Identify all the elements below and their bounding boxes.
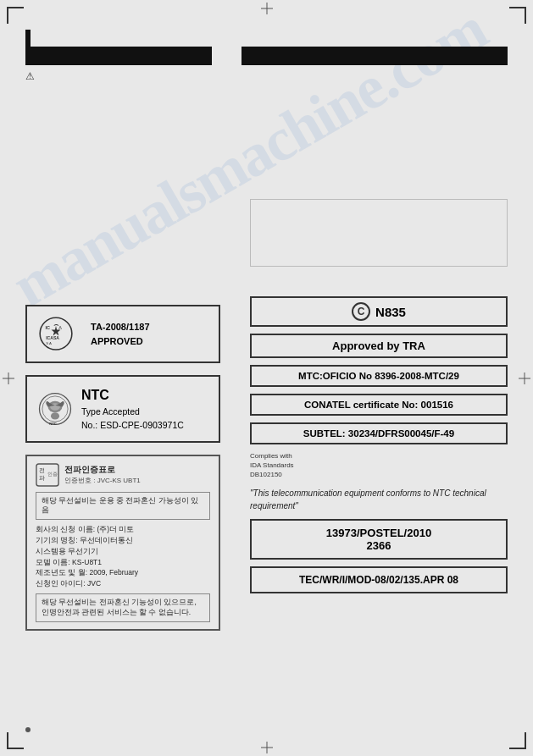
svg-text:A: A xyxy=(58,325,62,330)
svg-text:전: 전 xyxy=(39,467,45,473)
korean-body: 회사의 신청 이름: (주)더 미토 기기의 명칭: 무선데이터통신 시스템용 … xyxy=(36,524,210,589)
svg-text:S A: S A xyxy=(46,341,52,345)
ntc-seal-icon: NTC xyxy=(37,391,73,427)
ntc-quote: "This telecommunication equipment confor… xyxy=(250,487,508,512)
conatel-badge: CONATEL certificate No: 001516 xyxy=(250,394,508,416)
vertical-bar xyxy=(25,30,31,47)
icasa-logo-icon: IC ⁀ A ICASA S A xyxy=(37,315,84,353)
postel-line1: 13973/POSTEL/2010 xyxy=(260,527,497,539)
korean-cert-title: 전파인증표로 xyxy=(64,463,141,477)
crosshair-bottom xyxy=(261,742,273,753)
subtel-badge: SUBTEL: 30234/DFRS00045/F-49 xyxy=(250,422,508,444)
svg-text:ICASA: ICASA xyxy=(46,335,59,340)
postel-line2: 2366 xyxy=(260,539,497,552)
ida-line1: Complies with xyxy=(250,452,292,460)
crosshair-top xyxy=(261,3,273,14)
icasa-box: IC ⁀ A ICASA S A TA-2008/1187 APPROVED xyxy=(25,305,220,363)
empty-box xyxy=(250,199,508,267)
svg-point-11 xyxy=(51,412,59,419)
black-bar-right xyxy=(242,47,508,65)
left-column: IC ⁀ A ICASA S A TA-2008/1187 APPROVED xyxy=(25,305,220,631)
svg-text:인증: 인증 xyxy=(47,471,58,476)
corner-mark-br xyxy=(509,732,526,749)
bottom-dot xyxy=(25,727,31,732)
svg-text:IC: IC xyxy=(45,325,50,330)
svg-text:파: 파 xyxy=(39,474,45,480)
korean-cert-box: 전 파 인증 전파인증표로 인증번호 : JVC-KS UBT1 해당 무선설비… xyxy=(25,455,220,631)
n835-label: N835 xyxy=(375,305,406,319)
korean-footer: 해당 무선설비는 전파혼신 기능성이 있으므로, 인명안전과 관련된 서비스는 … xyxy=(36,593,210,622)
svg-point-0 xyxy=(40,317,72,350)
korean-cert-subtitle: 인증번호 : JVC-KS UBT1 xyxy=(64,476,141,486)
tec-box: TEC/WR/I/MOD-08/02/135.APR 08 xyxy=(250,566,508,593)
korean-warn-box: 해당 무선설비는 운용 중 전파혼신 가능성이 있음 xyxy=(36,492,210,521)
ida-text: Complies with IDA Standards DB102150 xyxy=(250,451,508,480)
mtc-badge: MTC:OFICIO No 8396-2008-MTC/29 xyxy=(250,365,508,387)
crosshair-left xyxy=(3,372,14,384)
postel-box: 13973/POSTEL/2010 2366 xyxy=(250,519,508,560)
corner-mark-bl xyxy=(7,732,24,749)
tra-badge: Approved by TRA xyxy=(250,334,508,358)
black-bar-left xyxy=(25,47,212,65)
korean-cert-header: 전 파 인증 전파인증표로 인증번호 : JVC-KS UBT1 xyxy=(36,463,210,487)
svg-text:NTC: NTC xyxy=(49,422,57,426)
crosshair-right xyxy=(519,372,530,384)
ntc-box: NTC NTC Type Accepted No.: ESD-CPE-09039… xyxy=(25,375,220,443)
corner-mark-tr xyxy=(509,7,526,24)
corner-mark-tl xyxy=(7,7,24,24)
ida-line2: IDA Standards xyxy=(250,461,294,469)
right-column: C N835 Approved by TRA MTC:OFICIO No 839… xyxy=(250,296,508,593)
ida-line3: DB102150 xyxy=(250,471,282,478)
ntc-text: NTC Type Accepted No.: ESD-CPE-0903971C xyxy=(81,385,184,433)
n835-badge: C N835 xyxy=(250,296,508,327)
warning-triangle: ⚠ xyxy=(25,70,35,82)
page: manualsmachine.com ⚠ IC ⁀ A ICASA S A xyxy=(0,0,533,756)
c-mark-icon: C xyxy=(352,302,370,321)
korean-cert-icon: 전 파 인증 xyxy=(36,463,59,487)
icasa-text: TA-2008/1187 APPROVED xyxy=(91,320,150,348)
